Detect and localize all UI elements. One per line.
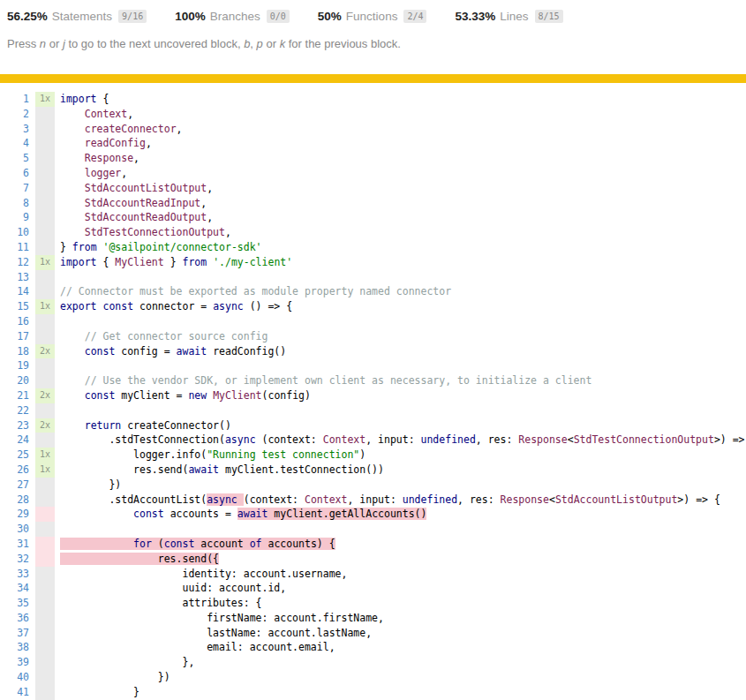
code-token: (context:: [244, 493, 305, 506]
line-number[interactable]: 41: [0, 685, 29, 700]
coverage-summary: 56.25% Statements 9/16 100% Branches 0/0…: [0, 0, 746, 25]
code-line-row: 38 email: account.email,: [0, 640, 746, 655]
line-number[interactable]: 34: [0, 581, 29, 596]
code-line: .stdAccountList(async (context: Context,…: [60, 493, 720, 508]
line-number[interactable]: 38: [0, 640, 29, 655]
code-token: }: [60, 241, 72, 253]
code-token: ,: [121, 167, 127, 179]
hint-text: ,: [250, 37, 256, 50]
code-token: .stdAccountList(: [60, 493, 207, 506]
code-line: for (const account of accounts) {: [60, 537, 335, 552]
code-line-row: 11 } from '@sailpoint/connector-sdk': [0, 240, 746, 255]
code-token: MyClient: [213, 389, 261, 402]
line-number[interactable]: 40: [0, 670, 29, 685]
code-line: StdTestConnectionOutput,: [60, 225, 231, 240]
line-number[interactable]: 11: [0, 240, 29, 255]
code-line: import {: [60, 92, 109, 107]
code-token: , res:: [457, 493, 500, 506]
line-number[interactable]: 18: [0, 344, 29, 359]
line-number[interactable]: 6: [0, 166, 29, 181]
line-number[interactable]: 31: [0, 537, 29, 552]
code-token: {: [97, 256, 116, 268]
code-token: res.send(: [60, 463, 188, 476]
code-line-row: 12 1x import { MyClient } from './my-cli…: [0, 255, 746, 270]
line-number[interactable]: 10: [0, 225, 29, 240]
line-number[interactable]: 32: [0, 552, 29, 567]
code-token: createConnector(): [121, 419, 231, 432]
uncovered-code-token: [237, 493, 244, 506]
line-number[interactable]: 17: [0, 329, 29, 344]
code-token: , input:: [365, 433, 420, 446]
line-number[interactable]: 8: [0, 196, 29, 211]
execution-count: [35, 166, 55, 181]
line-number[interactable]: 27: [0, 478, 29, 493]
code-token: async: [213, 300, 244, 312]
code-line: .stdTestConnection(async (context: Conte…: [60, 433, 746, 448]
metric-label: Statements: [52, 10, 112, 23]
code-line: logger,: [60, 166, 127, 181]
line-number[interactable]: 25: [0, 448, 29, 463]
code-token: [60, 508, 133, 520]
execution-count: 2x: [35, 418, 55, 433]
execution-count: [35, 640, 55, 655]
metric-statements: 56.25% Statements 9/16: [7, 10, 147, 23]
line-number[interactable]: 19: [0, 358, 29, 373]
code-line: return createConnector(): [60, 418, 231, 433]
code-token: accounts =: [164, 508, 237, 520]
code-line-row: 18 2x const config = await readConfig(): [0, 344, 746, 359]
code-line: StdAccountReadInput,: [60, 196, 207, 211]
code-line: } from '@sailpoint/connector-sdk': [60, 240, 262, 255]
code-token: await: [177, 345, 207, 358]
execution-count: [35, 240, 55, 255]
line-number[interactable]: 24: [0, 433, 29, 448]
uncovered-code-token: const: [164, 538, 195, 550]
code-line-row: 5 Response,: [0, 151, 746, 166]
code-line: // Get connector source config: [60, 329, 268, 344]
code-line: lastName: account.lastName,: [60, 626, 372, 641]
line-number[interactable]: 20: [0, 373, 29, 388]
line-number[interactable]: 2: [0, 107, 29, 122]
code-line-row: 37 lastName: account.lastName,: [0, 626, 746, 641]
execution-count: [35, 181, 55, 196]
uncovered-code-token: account: [194, 538, 249, 550]
line-number[interactable]: 5: [0, 151, 29, 166]
code-token: ,: [133, 152, 139, 164]
uncovered-code-token: async: [207, 493, 237, 506]
line-number[interactable]: 15: [0, 299, 29, 314]
line-number[interactable]: 13: [0, 270, 29, 285]
line-number[interactable]: 7: [0, 181, 29, 196]
line-number[interactable]: 35: [0, 596, 29, 611]
line-number[interactable]: 23: [0, 418, 29, 433]
line-number[interactable]: 37: [0, 626, 29, 641]
code-token: (config): [262, 389, 311, 402]
line-number[interactable]: 1: [0, 92, 29, 107]
line-number[interactable]: 12: [0, 255, 29, 270]
hint-text: for the previous block.: [285, 37, 401, 50]
line-number[interactable]: 30: [0, 522, 29, 537]
code-line-row: 23 2x return createConnector(): [0, 418, 746, 433]
line-number[interactable]: 33: [0, 567, 29, 582]
code-line: uuid: account.id,: [60, 581, 286, 596]
line-number[interactable]: 21: [0, 388, 29, 403]
line-number[interactable]: 3: [0, 122, 29, 137]
code-token: connector =: [133, 300, 213, 312]
line-number[interactable]: 14: [0, 284, 29, 299]
line-number[interactable]: 36: [0, 611, 29, 626]
code-line-row: 1 1x import {: [0, 92, 746, 107]
execution-count: [35, 196, 55, 211]
line-number[interactable]: 4: [0, 136, 29, 151]
line-number[interactable]: 29: [0, 507, 29, 522]
line-number[interactable]: 28: [0, 493, 29, 508]
line-number[interactable]: 16: [0, 314, 29, 329]
line-number[interactable]: 9: [0, 210, 29, 225]
code-line: const config = await readConfig(): [60, 344, 286, 359]
code-token: {: [97, 93, 109, 105]
code-line-row: 41 }: [0, 685, 746, 700]
line-number[interactable]: 39: [0, 655, 29, 670]
execution-count: [35, 522, 55, 537]
code-token: ,: [200, 197, 207, 209]
execution-count: [35, 478, 55, 493]
execution-count: 1x: [35, 299, 55, 314]
line-number[interactable]: 22: [0, 403, 29, 418]
line-number[interactable]: 26: [0, 463, 29, 478]
